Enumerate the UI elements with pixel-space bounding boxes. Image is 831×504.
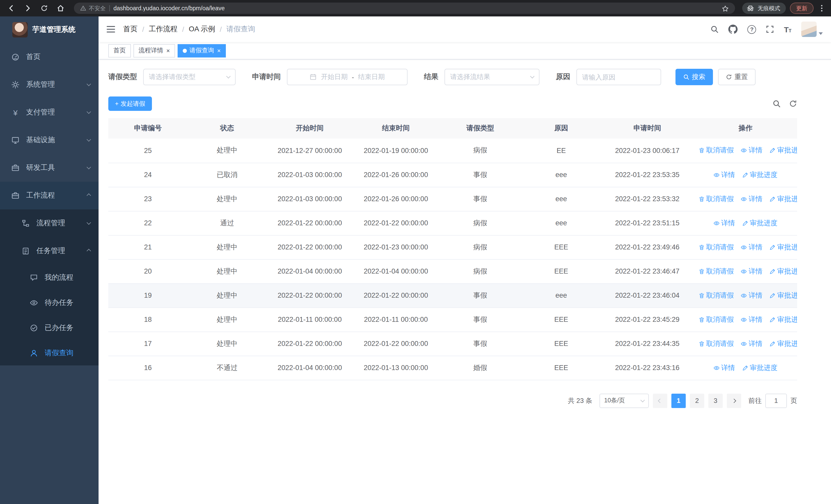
tab-leave-query[interactable]: 请假查询 ×	[178, 44, 226, 57]
sidebar-item-system-mgmt[interactable]: 系统管理	[0, 71, 98, 98]
sidebar-item-home[interactable]: 首页	[0, 43, 98, 71]
approval-progress-link[interactable]: 审批进度	[742, 170, 777, 179]
create-leave-button[interactable]: + 发起请假	[108, 96, 152, 111]
tab-process-detail[interactable]: 流程详情 ×	[134, 44, 175, 57]
approval-progress-link[interactable]: 审批进度	[769, 339, 797, 348]
browser-reload-icon[interactable]	[38, 2, 50, 14]
github-icon[interactable]	[728, 25, 738, 34]
browser-back-icon[interactable]	[5, 2, 18, 14]
docs-help-icon[interactable]: ?	[748, 25, 756, 34]
cell-end-time: 2022-01-22 00:00:00	[353, 211, 439, 235]
cancel-leave-link[interactable]: 取消请假	[698, 194, 734, 204]
detail-link[interactable]: 详情	[713, 363, 735, 373]
cell-actions: 详情 审批进度	[694, 211, 797, 235]
security-warning[interactable]: 不安全	[80, 4, 106, 12]
header-search-icon[interactable]	[711, 25, 719, 33]
sidebar-item-process-mgmt[interactable]: 流程管理	[0, 209, 98, 237]
chevron-left-icon	[658, 398, 662, 403]
goto-page-input[interactable]	[765, 393, 787, 408]
breadcrumb-home[interactable]: 首页	[123, 25, 138, 34]
tab-close-icon[interactable]: ×	[217, 48, 221, 54]
breadcrumb-oa-example[interactable]: OA 示例	[189, 25, 215, 34]
browser-forward-icon[interactable]	[22, 2, 34, 14]
reason-input[interactable]	[576, 69, 661, 85]
leave-type-select[interactable]: 请选择请假类型	[143, 69, 236, 85]
url-bar[interactable]: 不安全 dashboard.yudao.iocoder.cn/bpm/oa/le…	[74, 3, 735, 14]
start-date-input[interactable]: 开始日期	[321, 72, 348, 82]
reset-button[interactable]: 重置	[718, 69, 755, 85]
cancel-leave-link[interactable]: 取消请假	[698, 146, 734, 155]
breadcrumb-workflow[interactable]: 工作流程	[149, 25, 178, 34]
user-menu[interactable]	[801, 22, 823, 37]
app-title: 芋道管理系统	[32, 25, 76, 34]
cancel-leave-link[interactable]: 取消请假	[698, 339, 734, 348]
approval-progress-link[interactable]: 审批进度	[769, 146, 797, 155]
toolbar-right-icons	[773, 99, 797, 108]
result-select[interactable]: 请选择流结果	[445, 69, 540, 85]
detail-link[interactable]: 详情	[741, 291, 763, 300]
toggle-search-icon[interactable]	[773, 99, 781, 108]
sidebar-item-infrastructure[interactable]: 基础设施	[0, 126, 98, 154]
approval-progress-link[interactable]: 审批进度	[742, 363, 777, 373]
sidebar-item-task-mgmt[interactable]: 任务管理	[0, 237, 98, 265]
detail-link[interactable]: 详情	[713, 218, 735, 228]
col-actions: 操作	[694, 118, 797, 139]
eye-icon	[741, 317, 747, 323]
detail-link[interactable]: 详情	[741, 194, 763, 204]
page-button-2[interactable]: 2	[690, 393, 704, 408]
approval-progress-link[interactable]: 审批进度	[769, 242, 797, 252]
table-row: 20 处理中 2022-01-04 00:00:00 2022-01-04 00…	[108, 259, 797, 283]
app-logo[interactable]: 芋道管理系统	[0, 17, 98, 43]
page-button-3[interactable]: 3	[708, 393, 723, 408]
fullscreen-icon[interactable]	[766, 25, 774, 33]
cell-reason: EEE	[521, 235, 601, 259]
url-text[interactable]: dashboard.yudao.iocoder.cn/bpm/oa/leave	[113, 5, 718, 11]
prev-page-button[interactable]	[653, 393, 667, 408]
refresh-table-icon[interactable]	[789, 99, 797, 108]
tab-close-icon[interactable]: ×	[166, 48, 170, 54]
detail-link[interactable]: 详情	[741, 339, 763, 348]
sidebar-item-workflow[interactable]: 工作流程	[0, 182, 98, 209]
font-size-icon[interactable]: TT	[784, 25, 792, 33]
cancel-leave-link[interactable]: 取消请假	[698, 242, 734, 252]
tab-home[interactable]: 首页	[108, 44, 131, 57]
security-label: 不安全	[89, 4, 106, 12]
approval-progress-link[interactable]: 审批进度	[742, 218, 777, 228]
browser-menu-icon[interactable]	[818, 4, 826, 12]
approval-progress-link[interactable]: 审批进度	[769, 315, 797, 324]
cancel-leave-link[interactable]: 取消请假	[698, 291, 734, 300]
cell-apply-id: 16	[108, 356, 188, 380]
detail-link[interactable]: 详情	[741, 242, 763, 252]
search-button[interactable]: 搜索	[676, 69, 713, 85]
next-page-button[interactable]	[727, 393, 741, 408]
detail-link[interactable]: 详情	[741, 315, 763, 324]
bookmark-star-icon[interactable]	[722, 4, 729, 13]
sidebar-item-todo-tasks[interactable]: 待办任务	[0, 290, 98, 315]
detail-link[interactable]: 详情	[741, 146, 763, 155]
sidebar-item-dev-tools[interactable]: 研发工具	[0, 154, 98, 182]
approval-progress-link[interactable]: 审批进度	[769, 194, 797, 204]
cancel-leave-link[interactable]: 取消请假	[698, 267, 734, 276]
browser-home-icon[interactable]	[54, 2, 67, 14]
approval-progress-link[interactable]: 审批进度	[769, 291, 797, 300]
cell-leave-type: 病假	[439, 259, 521, 283]
approval-progress-link[interactable]: 审批进度	[769, 267, 797, 276]
cell-status: 处理中	[188, 259, 267, 283]
sidebar-item-my-process[interactable]: 我的流程	[0, 265, 98, 290]
page-size-select[interactable]: 10条/页	[600, 393, 649, 408]
end-date-input[interactable]: 结束日期	[358, 72, 385, 82]
sidebar-item-payment-mgmt[interactable]: ¥ 支付管理	[0, 98, 98, 126]
pagination: 共 23 条 10条/页 1 2 3 前往 页	[108, 393, 797, 408]
apply-time-range-picker[interactable]: 开始日期 - 结束日期	[287, 69, 407, 85]
cancel-leave-link[interactable]: 取消请假	[698, 315, 734, 324]
cell-start-time: 2022-01-03 00:00:00	[267, 187, 353, 211]
cell-reason: EEE	[521, 356, 601, 380]
page-button-1[interactable]: 1	[671, 393, 686, 408]
sidebar-item-leave-query[interactable]: 请假查询	[0, 340, 98, 365]
detail-link[interactable]: 详情	[741, 267, 763, 276]
detail-link[interactable]: 详情	[713, 170, 735, 179]
update-button[interactable]: 更新	[790, 3, 813, 14]
sidebar-item-done-tasks[interactable]: 已办任务	[0, 315, 98, 340]
sidebar-toggle[interactable]	[106, 25, 115, 34]
cell-leave-type: 事假	[439, 331, 521, 356]
